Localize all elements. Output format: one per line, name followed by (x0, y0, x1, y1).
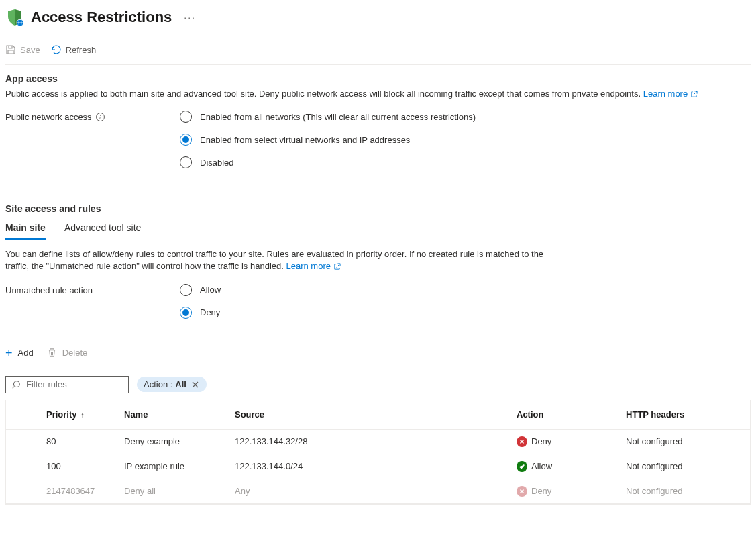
unmatched-radio-group: AllowDeny (180, 284, 221, 319)
refresh-button[interactable]: Refresh (51, 42, 97, 58)
close-icon[interactable] (191, 380, 200, 389)
allow-icon (517, 461, 527, 472)
column-header[interactable]: Name (117, 400, 228, 430)
toolbar: Save Refresh (5, 38, 751, 65)
deny-icon (517, 436, 527, 447)
trash-icon (47, 348, 57, 358)
column-header[interactable]: Action (510, 400, 619, 430)
rules-action-bar: + Add Delete (5, 340, 751, 369)
site-access-desc: You can define lists of allow/deny rules… (5, 248, 549, 273)
radio-option[interactable]: Disabled (180, 156, 476, 168)
info-icon[interactable]: i (96, 113, 105, 121)
page-title: Access Restrictions (31, 9, 172, 26)
learn-more-link[interactable]: Learn more (643, 88, 698, 100)
add-button[interactable]: + Add (5, 347, 34, 359)
radio-option[interactable]: Enabled from all networks (This will cle… (180, 111, 476, 123)
public-network-access-row: Public network access i Enabled from all… (5, 111, 751, 168)
table-row[interactable]: 2147483647 Deny all Any Deny Not configu… (6, 479, 750, 503)
action-filter-chip[interactable]: Action : All (137, 377, 207, 392)
more-icon[interactable]: ··· (184, 12, 196, 23)
shield-icon (5, 8, 24, 27)
save-icon (5, 44, 16, 55)
app-access-desc: Public access is applied to both main si… (5, 88, 751, 100)
radio-option[interactable]: Allow (180, 284, 221, 296)
page-header: Access Restrictions ··· (5, 5, 751, 38)
unmatched-rule-row: Unmatched rule action AllowDeny (5, 284, 751, 319)
table-row[interactable]: 80 Deny example 122.133.144.32/28 Deny N… (6, 429, 750, 454)
radio-option[interactable]: Enabled from select virtual networks and… (180, 134, 476, 146)
svg-point-4 (14, 381, 20, 387)
rules-table: Priority ↑NameSourceActionHTTP headers 8… (6, 400, 750, 504)
tab-main site[interactable]: Main site (5, 218, 46, 240)
unmatched-rule-label: Unmatched rule action (5, 284, 180, 295)
refresh-icon (51, 44, 62, 55)
public-network-radio-group: Enabled from all networks (This will cle… (180, 111, 476, 168)
table-row[interactable]: 100 IP example rule 122.133.144.0/24 All… (6, 454, 750, 479)
tab-advanced tool site[interactable]: Advanced tool site (64, 218, 141, 240)
external-link-icon (690, 91, 698, 98)
plus-icon: + (5, 347, 13, 359)
learn-more-link[interactable]: Learn more (286, 260, 340, 273)
search-icon (11, 380, 21, 389)
external-link-icon (333, 263, 341, 271)
radio-option[interactable]: Deny (180, 307, 221, 319)
site-access-title: Site access and rules (5, 203, 751, 214)
deny-icon (517, 486, 527, 497)
public-network-access-label: Public network access i (5, 111, 180, 122)
column-header[interactable]: HTTP headers (619, 400, 750, 430)
filter-bar: Action : All (5, 369, 751, 400)
column-header[interactable]: Source (228, 400, 510, 430)
delete-button[interactable]: Delete (47, 347, 88, 359)
search-input[interactable] (26, 379, 123, 389)
rules-table-wrap: Priority ↑NameSourceActionHTTP headers 8… (5, 400, 751, 505)
save-button[interactable]: Save (5, 42, 40, 58)
site-tabs: Main siteAdvanced tool site (5, 218, 751, 240)
table-header-row: Priority ↑NameSourceActionHTTP headers (6, 400, 750, 430)
search-box[interactable] (5, 376, 129, 393)
sort-up-icon: ↑ (80, 411, 85, 419)
app-access-title: App access (5, 73, 751, 84)
column-header[interactable]: Priority ↑ (6, 400, 117, 430)
